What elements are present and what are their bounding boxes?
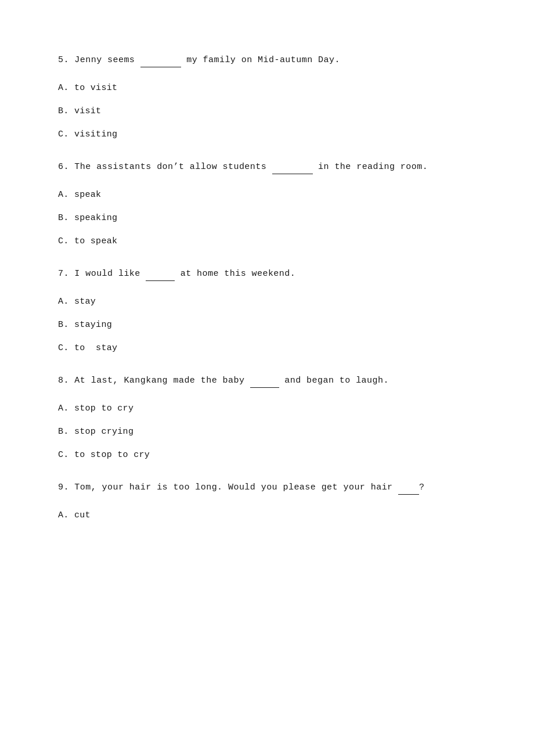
option-5c: C. visiting	[58, 128, 476, 142]
option-5a: A. to visit	[58, 81, 476, 95]
options-5: A. to visit B. visit C. visiting	[58, 81, 476, 142]
question-8-text: 8. At last, Kangkang made the baby and b…	[58, 376, 389, 386]
blank-6	[272, 165, 313, 174]
blank-8	[250, 379, 279, 388]
option-9a: A. cut	[58, 509, 476, 523]
options-9: A. cut	[58, 509, 476, 523]
options-8: A. stop to cry B. stop crying C. to stop…	[58, 402, 476, 462]
option-7b: B. staying	[58, 318, 476, 332]
option-8a: A. stop to cry	[58, 402, 476, 416]
question-9: 9. Tom, your hair is too long. Would you…	[58, 481, 476, 495]
question-5: 5. Jenny seems my family on Mid-autumn D…	[58, 53, 476, 67]
question-7: 7. I would like at home this weekend.	[58, 267, 476, 281]
question-6: 6. The assistants don’t allow students i…	[58, 160, 476, 174]
question-9-text: 9. Tom, your hair is too long. Would you…	[58, 483, 424, 492]
option-6b: B. speaking	[58, 211, 476, 225]
option-5b: B. visit	[58, 105, 476, 118]
option-8c: C. to stop to cry	[58, 448, 476, 462]
blank-5	[140, 59, 181, 67]
question-8: 8. At last, Kangkang made the baby and b…	[58, 374, 476, 388]
options-6: A. speak B. speaking C. to speak	[58, 188, 476, 249]
questions-container: 5. Jenny seems my family on Mid-autumn D…	[58, 53, 476, 523]
blank-7	[146, 272, 175, 281]
option-7a: A. stay	[58, 295, 476, 309]
question-5-text: 5. Jenny seems my family on Mid-autumn D…	[58, 55, 340, 65]
option-6a: A. speak	[58, 188, 476, 202]
option-8b: B. stop crying	[58, 425, 476, 439]
question-7-text: 7. I would like at home this weekend.	[58, 269, 295, 279]
option-6c: C. to speak	[58, 235, 476, 249]
option-7c: C. to stay	[58, 341, 476, 355]
options-7: A. stay B. staying C. to stay	[58, 295, 476, 355]
question-6-text: 6. The assistants don’t allow students i…	[58, 162, 428, 172]
blank-9	[398, 486, 419, 495]
